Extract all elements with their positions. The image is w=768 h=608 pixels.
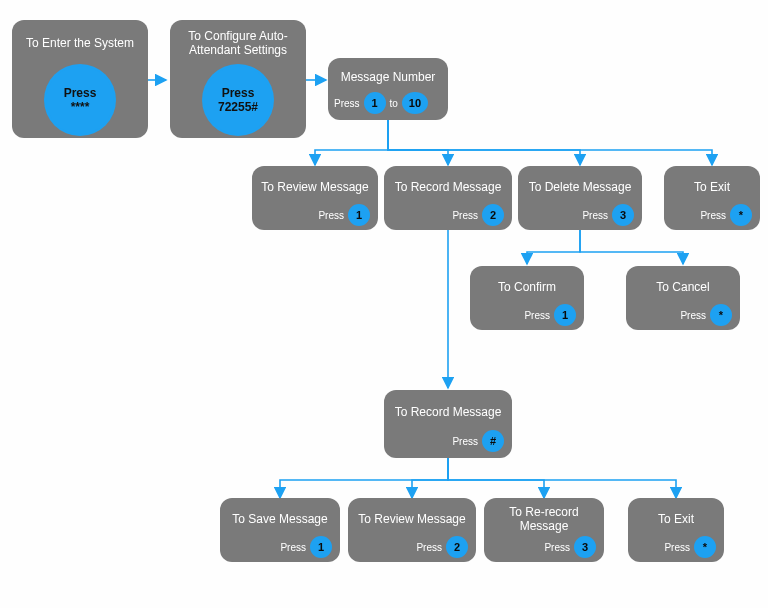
node-title: To Exit <box>628 498 724 536</box>
node-title: Message Number <box>328 58 448 92</box>
node-record-message-2: To Record Message Press # <box>384 390 512 458</box>
keypad-code: **** <box>71 100 90 114</box>
node-message-number: Message Number Press 1 to 10 <box>328 58 448 120</box>
key-circle: * <box>730 204 752 226</box>
node-title: To Review Message <box>252 166 378 204</box>
node-title: To Confirm <box>470 266 584 304</box>
node-configure-auto-attendant: To Configure Auto-Attendant Settings Pre… <box>170 20 306 138</box>
key-circle: 2 <box>482 204 504 226</box>
press-row: Press 1 <box>220 536 340 564</box>
node-title: To Configure Auto-Attendant Settings <box>170 20 306 62</box>
press-row: Press * <box>626 304 740 332</box>
node-title: To Delete Message <box>518 166 642 204</box>
node-review-message-3: To Review Message Press 2 <box>348 498 476 562</box>
press-label: Press <box>524 310 550 321</box>
press-row: Press 3 <box>484 536 604 564</box>
node-confirm: To Confirm Press 1 <box>470 266 584 330</box>
key-circle: 10 <box>402 92 428 114</box>
node-title: To Save Message <box>220 498 340 536</box>
key-circle: 3 <box>612 204 634 226</box>
node-save-message: To Save Message Press 1 <box>220 498 340 562</box>
node-exit-3: To Exit Press * <box>628 498 724 562</box>
press-row: Press 1 <box>252 204 378 232</box>
to-label: to <box>390 98 398 109</box>
press-row: Press 2 <box>348 536 476 564</box>
press-label: Press <box>452 436 478 447</box>
keypad-code: 72255# <box>218 100 258 114</box>
node-title: To Cancel <box>626 266 740 304</box>
press-label: Press <box>680 310 706 321</box>
press-row: Press * <box>628 536 724 564</box>
key-circle: 1 <box>348 204 370 226</box>
keypad-circle: Press72255# <box>204 66 272 134</box>
press-row: Press 1 to 10 <box>328 92 448 120</box>
keypad-circle: Press**** <box>46 66 114 134</box>
node-delete-message: To Delete Message Press 3 <box>518 166 642 230</box>
press-label: Press <box>318 210 344 221</box>
key-circle: 1 <box>554 304 576 326</box>
press-row: Press # <box>384 430 512 458</box>
press-row: Press 2 <box>384 204 512 232</box>
node-exit: To Exit Press * <box>664 166 760 230</box>
press-row: Press * <box>664 204 760 232</box>
node-rerecord-message: To Re-record Message Press 3 <box>484 498 604 562</box>
key-circle: 3 <box>574 536 596 558</box>
press-label: Press <box>582 210 608 221</box>
node-title: To Enter the System <box>12 20 148 62</box>
key-circle: 1 <box>364 92 386 114</box>
node-review-message: To Review Message Press 1 <box>252 166 378 230</box>
key-circle: * <box>694 536 716 558</box>
node-title: To Review Message <box>348 498 476 536</box>
press-label: Press <box>222 86 255 100</box>
diagram-stage: To Enter the System Press**** To Configu… <box>0 0 768 608</box>
press-row: Press 3 <box>518 204 642 232</box>
key-circle: 1 <box>310 536 332 558</box>
node-title: To Re-record Message <box>484 498 604 536</box>
node-title: To Exit <box>664 166 760 204</box>
node-title: To Record Message <box>384 166 512 204</box>
key-circle: * <box>710 304 732 326</box>
press-label: Press <box>280 542 306 553</box>
press-row: Press 1 <box>470 304 584 332</box>
press-label: Press <box>64 86 97 100</box>
press-label: Press <box>700 210 726 221</box>
node-title: To Record Message <box>384 390 512 430</box>
press-label: Press <box>664 542 690 553</box>
press-label: Press <box>452 210 478 221</box>
press-label: Press <box>334 98 360 109</box>
press-label: Press <box>544 542 570 553</box>
node-enter-system: To Enter the System Press**** <box>12 20 148 138</box>
node-cancel: To Cancel Press * <box>626 266 740 330</box>
key-circle: 2 <box>446 536 468 558</box>
key-circle: # <box>482 430 504 452</box>
press-label: Press <box>416 542 442 553</box>
node-record-message: To Record Message Press 2 <box>384 166 512 230</box>
